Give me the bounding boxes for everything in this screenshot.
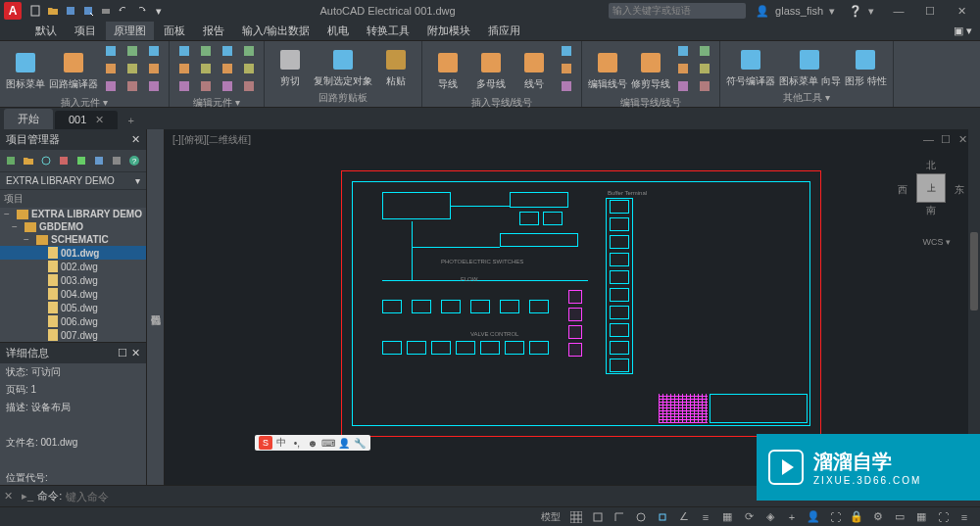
ribbon-small-1-10[interactable] (240, 61, 258, 76)
cmd-close-icon[interactable]: ✕ (4, 490, 18, 503)
sb-cycling-icon[interactable]: ⟳ (739, 509, 759, 525)
sb-snap-icon[interactable] (588, 509, 608, 525)
menu-4[interactable]: 报告 (195, 22, 232, 40)
ribbon-btn-3-0[interactable]: 导线 (428, 49, 467, 89)
sb-custom-icon[interactable]: ≡ (955, 509, 974, 525)
sb-ann-icon[interactable]: ⛶ (825, 509, 845, 525)
ribbon-btn-2-0[interactable]: 剪切 (270, 46, 310, 86)
sb-lwt-icon[interactable]: ≡ (696, 509, 715, 525)
ribbon-small-1-0[interactable] (175, 43, 193, 59)
qat-new-icon[interactable] (27, 3, 43, 19)
ribbon-small-0-5[interactable] (123, 78, 141, 94)
sb-3dosnap-icon[interactable]: ◈ (760, 509, 780, 525)
ribbon-btn-4-1[interactable]: 修剪导线 (631, 49, 670, 89)
user-area[interactable]: 👤 glass_fish ▾ ❔ ▾ (756, 5, 874, 18)
tab-add-button[interactable]: + (120, 112, 141, 129)
ribbon-btn-3-1[interactable]: 多母线 (471, 49, 511, 89)
pt-refresh-icon[interactable] (38, 153, 54, 168)
ribbon-small-1-3[interactable] (197, 43, 215, 59)
pt-btn7-icon[interactable] (109, 153, 124, 168)
tree-expand-icon[interactable]: − (4, 209, 14, 219)
sb-dyn-icon[interactable]: + (782, 509, 802, 525)
tab-001[interactable]: 001 ✕ (55, 111, 118, 129)
vertical-scrollbar[interactable] (968, 129, 980, 473)
wcs-label[interactable]: WCS ▾ (923, 237, 952, 247)
ribbon-minimize-icon[interactable]: ▣ ▾ (946, 23, 980, 39)
ime-user-icon[interactable]: 👤 (337, 436, 351, 450)
sb-units-icon[interactable]: ▦ (911, 509, 931, 525)
qat-print-icon[interactable] (98, 3, 114, 19)
ribbon-small-3-0[interactable] (558, 43, 575, 59)
ribbon-small-0-7[interactable] (145, 61, 163, 76)
ribbon-btn-2-1[interactable]: 复制选定对象 (314, 46, 372, 86)
ribbon-small-0-0[interactable] (102, 43, 120, 59)
tree-expand-icon[interactable]: − (24, 234, 33, 245)
tree-item-0[interactable]: −EXTRA LIBRARY DEMO (0, 208, 146, 220)
menu-9[interactable]: 插应用 (480, 22, 528, 40)
tree-item-1[interactable]: −GBDEMO (0, 220, 146, 233)
ribbon-btn-2-2[interactable]: 粘贴 (376, 46, 416, 86)
ribbon-btn-3-2[interactable]: 线号 (514, 49, 554, 89)
ime-toolbar[interactable]: S 中 •, ☻ ⌨ 👤 🔧 (255, 435, 370, 451)
ribbon-small-3-1[interactable] (558, 61, 575, 76)
qat-open-icon[interactable] (45, 3, 61, 19)
ribbon-btn-4-0[interactable]: 编辑线号 (588, 49, 627, 89)
tree-expand-icon[interactable]: − (12, 221, 22, 232)
ribbon-small-1-9[interactable] (240, 43, 258, 59)
ribbon-small-4-0[interactable] (674, 43, 692, 59)
ribbon-btn-5-2[interactable]: 图形 特性 (845, 46, 887, 86)
close-button[interactable]: ✕ (947, 2, 976, 20)
pt-btn4-icon[interactable] (56, 153, 72, 168)
ribbon-small-1-6[interactable] (219, 43, 236, 59)
vc-restore-icon[interactable]: ☐ (941, 133, 955, 147)
ribbon-small-1-8[interactable] (219, 78, 236, 94)
pt-btn6-icon[interactable] (91, 153, 107, 168)
sb-annvis-icon[interactable]: ▭ (890, 509, 909, 525)
qat-redo-icon[interactable] (133, 3, 149, 19)
minimize-button[interactable]: — (884, 2, 913, 20)
menu-3[interactable]: 面板 (156, 22, 193, 40)
ribbon-small-4-1[interactable] (674, 61, 692, 76)
maximize-button[interactable]: ☐ (915, 2, 945, 20)
ribbon-small-0-8[interactable] (145, 78, 163, 94)
menu-7[interactable]: 转换工具 (359, 22, 417, 40)
ribbon-small-1-1[interactable] (175, 61, 193, 76)
tree-item-5[interactable]: 003.dwg (0, 273, 146, 287)
ribbon-small-4-5[interactable] (696, 78, 713, 94)
search-input[interactable]: 输入关键字或短语 (609, 3, 746, 19)
viewport[interactable]: [-][俯视][二维线框] — ☐ ✕ (165, 129, 980, 485)
qat-save-icon[interactable] (63, 3, 78, 19)
ribbon-small-0-4[interactable] (123, 61, 141, 76)
menu-0[interactable]: 默认 (27, 22, 65, 40)
menu-2[interactable]: 原理图 (106, 22, 154, 40)
ribbon-btn-5-0[interactable]: 符号编译器 (726, 46, 775, 86)
ribbon-small-0-6[interactable] (145, 43, 163, 59)
sb-clean-icon[interactable]: ⛶ (933, 509, 953, 525)
menu-6[interactable]: 机电 (319, 22, 357, 40)
ribbon-small-1-7[interactable] (219, 61, 236, 76)
side-tab-position[interactable]: 位置代码图 (147, 129, 165, 485)
details-close-icon[interactable]: ✕ (131, 347, 140, 359)
cmd-chevron-icon[interactable]: ▸_ (22, 490, 33, 502)
qat-saveas-icon[interactable] (80, 3, 96, 19)
project-section-header[interactable]: EXTRA LIBRARY DEMO▾ (0, 171, 146, 190)
pt-open-icon[interactable] (21, 153, 36, 168)
tree-item-9[interactable]: 007.dwg (0, 328, 146, 342)
ribbon-small-0-3[interactable] (123, 43, 141, 59)
ime-emoji-icon[interactable]: ☻ (306, 436, 319, 450)
ribbon-btn-0-1[interactable]: 回路编译器 (49, 49, 98, 89)
tree-item-3[interactable]: 001.dwg (0, 246, 146, 260)
pt-help-icon[interactable]: ? (126, 153, 142, 168)
panel-close-icon[interactable]: ✕ (131, 133, 140, 146)
sb-otrack-icon[interactable]: ∠ (674, 509, 694, 525)
sb-qp-icon[interactable]: 👤 (804, 509, 823, 525)
ribbon-small-1-4[interactable] (197, 61, 215, 76)
help-icon[interactable]: ❔ (849, 5, 862, 18)
ribbon-small-0-2[interactable] (102, 78, 120, 94)
ime-punct-icon[interactable]: •, (290, 436, 304, 450)
tree-item-6[interactable]: 004.dwg (0, 287, 146, 301)
sb-scale-icon[interactable]: 🔒 (847, 509, 866, 525)
tree-item-4[interactable]: 002.dwg (0, 260, 146, 273)
ribbon-small-3-2[interactable] (558, 78, 575, 94)
view-label[interactable]: [-][俯视][二维线框] (172, 133, 251, 147)
